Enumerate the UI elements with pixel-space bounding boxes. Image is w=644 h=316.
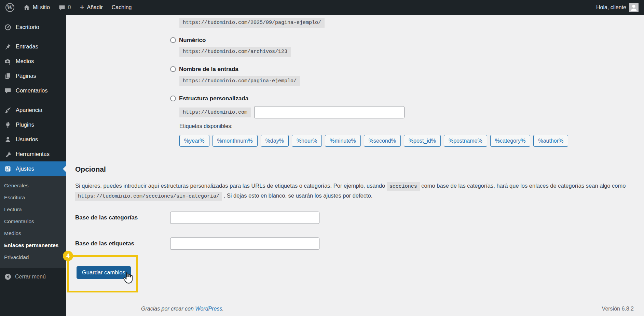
radio-custom-structure[interactable] xyxy=(170,96,176,101)
permalink-example-numeric: https://tudominio.com/archivos/123 xyxy=(179,47,291,57)
submenu-item-enlaces-permanentes[interactable]: Enlaces permanentes xyxy=(0,239,66,251)
comments-count: 0 xyxy=(68,4,71,11)
optional-desc-part2: como base de las categorías, hará que lo… xyxy=(421,183,626,189)
tag-base-input[interactable] xyxy=(170,238,319,250)
sidebar-item-label: Usuarios xyxy=(16,136,38,143)
sidebar-item-label: Medios xyxy=(16,58,34,64)
collapse-menu-button[interactable]: Cerrar menú xyxy=(0,270,66,284)
submenu-item-generales[interactable]: Generales xyxy=(0,179,66,191)
available-tags-label: Etiquetas disponibles: xyxy=(179,123,634,129)
greeting-label: Hola, cliente xyxy=(596,4,626,11)
sidebar-item-label: Herramientas xyxy=(16,151,50,157)
pages-icon xyxy=(4,73,12,80)
permalink-example-postname: https://tudominio.com/pagina-ejemplo/ xyxy=(179,76,300,86)
appearance-brush-icon xyxy=(4,107,12,114)
tag-button-minute[interactable]: %minute% xyxy=(325,135,360,147)
comment-icon xyxy=(4,87,12,94)
site-name-link[interactable]: Mi sitio xyxy=(23,4,50,11)
optional-desc-code-url: https://tudominio.com/secciones/sin-cate… xyxy=(75,192,222,201)
radio-postname[interactable] xyxy=(170,66,176,72)
sidebar-item-plugins[interactable]: Plugins xyxy=(0,117,66,132)
wordpress-admin-screen: W Mi sitio 0 + Añadir Caching xyxy=(0,0,644,316)
optional-desc-code-secciones: secciones xyxy=(387,182,420,191)
optional-description: Si quieres, puedes introducir aquí estru… xyxy=(75,181,634,201)
sidebar-item-medios[interactable]: Medios xyxy=(0,54,66,69)
admin-bar: W Mi sitio 0 + Añadir Caching xyxy=(0,0,644,15)
save-changes-button[interactable]: Guardar cambios xyxy=(77,266,131,279)
submenu-item-escritura[interactable]: Escritura xyxy=(0,191,66,203)
new-content-label: Añadir xyxy=(87,4,103,11)
caching-menu[interactable]: Caching xyxy=(112,4,132,11)
tag-button-monthnum[interactable]: %monthnum% xyxy=(213,135,258,147)
sidebar-item-label: Ajustes xyxy=(16,166,34,172)
footer-period: . xyxy=(222,306,223,312)
footer-thanks: Gracias por crear con WordPress. xyxy=(141,306,224,312)
sidebar-item-apariencia[interactable]: Apariencia xyxy=(0,103,66,117)
tag-button-author[interactable]: %author% xyxy=(533,135,568,147)
sidebar-item-herramientas[interactable]: Herramientas xyxy=(0,147,66,161)
wordpress-logo-menu[interactable]: W xyxy=(5,3,14,12)
sidebar-item-comentarios[interactable]: Comentarios xyxy=(0,83,66,98)
radio-postname-label: Nombre de la entrada xyxy=(179,66,238,72)
permalink-example-date-name: https://tudominio.com/2025/09/pagina-eje… xyxy=(179,18,325,28)
sidebar-item-paginas[interactable]: Páginas xyxy=(0,69,66,83)
radio-custom-label: Estructura personalizada xyxy=(179,95,248,102)
footer-thanks-text: Gracias por crear con xyxy=(141,306,194,312)
collapse-arrow-icon xyxy=(4,273,12,280)
tag-button-day[interactable]: %day% xyxy=(261,135,289,147)
category-base-input[interactable] xyxy=(170,212,319,224)
submenu-item-lectura[interactable]: Lectura xyxy=(0,203,66,215)
caching-label: Caching xyxy=(112,4,132,11)
settings-submenu: Generales Escritura Lectura Comentarios … xyxy=(0,176,66,268)
admin-sidebar: Escritorio Entradas Medios Páginas xyxy=(0,15,66,316)
comments-shortcut[interactable]: 0 xyxy=(59,4,71,11)
site-name-label: Mi sitio xyxy=(33,4,50,11)
dashboard-icon xyxy=(4,24,12,31)
collapse-menu-label: Cerrar menú xyxy=(15,274,46,280)
tag-button-year[interactable]: %year% xyxy=(179,135,209,147)
submenu-item-medios[interactable]: Medios xyxy=(0,227,66,239)
admin-footer: Gracias por crear con WordPress. Versión… xyxy=(141,306,634,312)
new-content-menu[interactable]: + Añadir xyxy=(80,4,103,11)
category-base-label: Base de las categorías xyxy=(75,214,170,221)
tag-button-hour[interactable]: %hour% xyxy=(292,135,322,147)
sidebar-item-label: Plugins xyxy=(16,121,34,128)
pin-icon xyxy=(4,43,12,50)
permalink-option-custom[interactable]: Estructura personalizada xyxy=(170,95,634,102)
plugin-icon xyxy=(4,121,12,128)
radio-numeric[interactable] xyxy=(170,37,176,43)
custom-structure-input[interactable] xyxy=(254,106,405,118)
tag-button-category[interactable]: %category% xyxy=(490,135,531,147)
wordpress-link[interactable]: WordPress xyxy=(195,306,222,312)
radio-numeric-label: Numérico xyxy=(179,37,206,43)
sidebar-item-escritorio[interactable]: Escritorio xyxy=(0,20,66,34)
submenu-item-comentarios[interactable]: Comentarios xyxy=(0,215,66,227)
home-icon xyxy=(23,4,30,11)
optional-desc-part3: . Si dejas esto en blanco, se usarán los… xyxy=(224,192,373,199)
tag-button-post-id[interactable]: %post_id% xyxy=(404,135,441,147)
permalink-option-numeric[interactable]: Numérico xyxy=(170,37,634,43)
wordpress-logo-icon: W xyxy=(5,3,14,12)
submenu-item-privacidad[interactable]: Privacidad xyxy=(0,251,66,263)
avatar xyxy=(629,3,639,12)
available-tags-row: %year% %monthnum% %day% %hour% %minute% … xyxy=(179,135,634,147)
tag-button-second[interactable]: %second% xyxy=(364,135,401,147)
custom-structure-prefix: https://tudominio.com xyxy=(179,107,251,117)
sidebar-item-usuarios[interactable]: Usuarios xyxy=(0,132,66,147)
permalink-option-postname[interactable]: Nombre de la entrada xyxy=(170,66,634,72)
permalinks-settings-content: https://tudominio.com/2025/09/pagina-eje… xyxy=(66,15,644,316)
optional-desc-part1: Si quieres, puedes introducir aquí estru… xyxy=(75,183,385,189)
sidebar-item-ajustes[interactable]: Ajustes xyxy=(0,161,66,176)
version-label: Versión 6.8.2 xyxy=(602,306,634,312)
sidebar-item-label: Apariencia xyxy=(16,107,42,113)
sidebar-item-entradas[interactable]: Entradas xyxy=(0,39,66,54)
tag-base-label: Base de las etiquetas xyxy=(75,240,170,247)
tag-button-postname[interactable]: %postname% xyxy=(444,135,487,147)
sidebar-item-label: Comentarios xyxy=(16,87,48,94)
optional-section-title: Opcional xyxy=(75,165,634,173)
media-icon xyxy=(4,58,12,65)
sidebar-item-label: Escritorio xyxy=(16,24,39,30)
comment-bubble-icon xyxy=(59,4,65,11)
plus-icon: + xyxy=(80,4,84,11)
account-menu[interactable]: Hola, cliente xyxy=(596,3,639,12)
